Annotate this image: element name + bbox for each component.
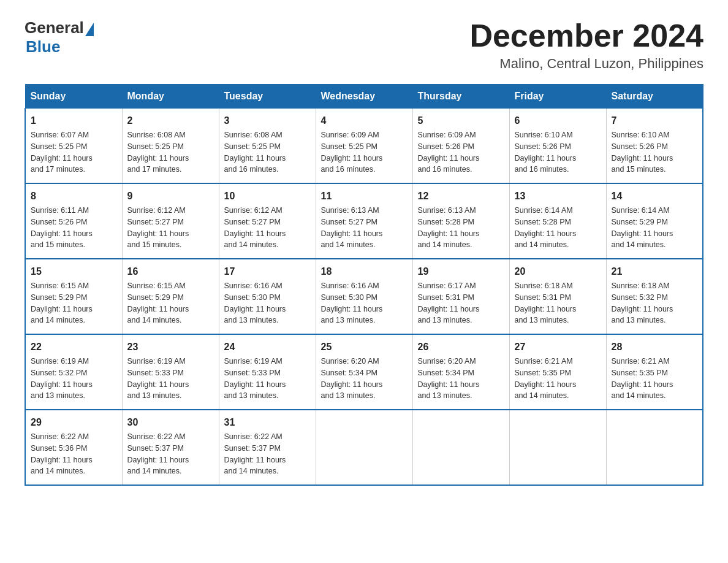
header-saturday: Saturday <box>606 85 703 109</box>
day-number: 12 <box>418 189 504 204</box>
day-number: 9 <box>127 189 214 204</box>
calendar-cell: 22 Sunrise: 6:19 AM Sunset: 5:32 PM Dayl… <box>25 334 122 410</box>
day-number: 27 <box>515 340 601 354</box>
day-number: 30 <box>127 415 214 430</box>
day-number: 13 <box>515 189 601 204</box>
calendar-cell: 25 Sunrise: 6:20 AM Sunset: 5:34 PM Dayl… <box>316 334 412 410</box>
day-info: Sunrise: 6:08 AM Sunset: 5:25 PM Dayligh… <box>224 129 311 175</box>
calendar-cell: 11 Sunrise: 6:13 AM Sunset: 5:27 PM Dayl… <box>316 183 412 259</box>
page-header: General Blue December 2024 Malino, Centr… <box>25 18 703 72</box>
calendar-cell: 4 Sunrise: 6:09 AM Sunset: 5:25 PM Dayli… <box>316 109 412 184</box>
calendar-cell <box>412 410 509 485</box>
calendar-cell: 9 Sunrise: 6:12 AM Sunset: 5:27 PM Dayli… <box>122 183 219 259</box>
day-info: Sunrise: 6:21 AM Sunset: 5:35 PM Dayligh… <box>612 356 698 402</box>
day-info: Sunrise: 6:09 AM Sunset: 5:25 PM Dayligh… <box>321 129 408 175</box>
day-number: 26 <box>418 340 504 354</box>
day-number: 1 <box>31 113 117 128</box>
calendar-week-1: 1 Sunrise: 6:07 AM Sunset: 5:25 PM Dayli… <box>25 109 703 184</box>
header-wednesday: Wednesday <box>316 85 412 109</box>
day-info: Sunrise: 6:19 AM Sunset: 5:32 PM Dayligh… <box>31 356 117 402</box>
header-sunday: Sunday <box>25 85 122 109</box>
calendar-week-3: 15 Sunrise: 6:15 AM Sunset: 5:29 PM Dayl… <box>25 259 703 334</box>
day-number: 6 <box>515 113 601 128</box>
calendar-cell <box>606 410 703 485</box>
calendar-cell: 20 Sunrise: 6:18 AM Sunset: 5:31 PM Dayl… <box>509 259 606 334</box>
day-number: 29 <box>31 415 117 430</box>
day-info: Sunrise: 6:16 AM Sunset: 5:30 PM Dayligh… <box>321 280 408 326</box>
day-info: Sunrise: 6:14 AM Sunset: 5:29 PM Dayligh… <box>612 205 698 251</box>
calendar-cell: 3 Sunrise: 6:08 AM Sunset: 5:25 PM Dayli… <box>219 109 316 184</box>
calendar-cell: 21 Sunrise: 6:18 AM Sunset: 5:32 PM Dayl… <box>606 259 703 334</box>
day-info: Sunrise: 6:17 AM Sunset: 5:31 PM Dayligh… <box>418 280 504 326</box>
calendar-cell: 10 Sunrise: 6:12 AM Sunset: 5:27 PM Dayl… <box>219 183 316 259</box>
day-info: Sunrise: 6:20 AM Sunset: 5:34 PM Dayligh… <box>321 356 408 402</box>
calendar-cell: 18 Sunrise: 6:16 AM Sunset: 5:30 PM Dayl… <box>316 259 412 334</box>
calendar-cell: 28 Sunrise: 6:21 AM Sunset: 5:35 PM Dayl… <box>606 334 703 410</box>
calendar-week-4: 22 Sunrise: 6:19 AM Sunset: 5:32 PM Dayl… <box>25 334 703 410</box>
calendar-cell: 30 Sunrise: 6:22 AM Sunset: 5:37 PM Dayl… <box>122 410 219 485</box>
calendar-cell <box>316 410 412 485</box>
day-number: 15 <box>31 264 117 279</box>
calendar-cell: 8 Sunrise: 6:11 AM Sunset: 5:26 PM Dayli… <box>25 183 122 259</box>
calendar-cell: 7 Sunrise: 6:10 AM Sunset: 5:26 PM Dayli… <box>606 109 703 184</box>
calendar-week-5: 29 Sunrise: 6:22 AM Sunset: 5:36 PM Dayl… <box>25 410 703 485</box>
calendar-table: Sunday Monday Tuesday Wednesday Thursday… <box>25 84 703 486</box>
day-number: 10 <box>224 189 311 204</box>
calendar-cell: 16 Sunrise: 6:15 AM Sunset: 5:29 PM Dayl… <box>122 259 219 334</box>
day-number: 2 <box>127 113 214 128</box>
page-title: December 2024 <box>469 18 703 53</box>
logo-triangle-icon <box>85 23 94 36</box>
day-info: Sunrise: 6:10 AM Sunset: 5:26 PM Dayligh… <box>515 129 601 175</box>
day-info: Sunrise: 6:12 AM Sunset: 5:27 PM Dayligh… <box>224 205 311 251</box>
calendar-cell: 19 Sunrise: 6:17 AM Sunset: 5:31 PM Dayl… <box>412 259 509 334</box>
day-info: Sunrise: 6:22 AM Sunset: 5:37 PM Dayligh… <box>224 431 311 477</box>
day-number: 7 <box>612 113 698 128</box>
day-info: Sunrise: 6:13 AM Sunset: 5:28 PM Dayligh… <box>418 205 504 251</box>
day-info: Sunrise: 6:22 AM Sunset: 5:36 PM Dayligh… <box>31 431 117 477</box>
day-info: Sunrise: 6:21 AM Sunset: 5:35 PM Dayligh… <box>515 356 601 402</box>
day-number: 18 <box>321 264 408 279</box>
calendar-cell: 1 Sunrise: 6:07 AM Sunset: 5:25 PM Dayli… <box>25 109 122 184</box>
day-info: Sunrise: 6:19 AM Sunset: 5:33 PM Dayligh… <box>224 356 311 402</box>
day-info: Sunrise: 6:09 AM Sunset: 5:26 PM Dayligh… <box>418 129 504 175</box>
day-number: 31 <box>224 415 311 430</box>
day-number: 20 <box>515 264 601 279</box>
calendar-cell: 26 Sunrise: 6:20 AM Sunset: 5:34 PM Dayl… <box>412 334 509 410</box>
calendar-header-row: Sunday Monday Tuesday Wednesday Thursday… <box>25 85 703 109</box>
header-friday: Friday <box>509 85 606 109</box>
day-info: Sunrise: 6:15 AM Sunset: 5:29 PM Dayligh… <box>127 280 214 326</box>
day-info: Sunrise: 6:08 AM Sunset: 5:25 PM Dayligh… <box>127 129 214 175</box>
calendar-cell: 27 Sunrise: 6:21 AM Sunset: 5:35 PM Dayl… <box>509 334 606 410</box>
day-info: Sunrise: 6:07 AM Sunset: 5:25 PM Dayligh… <box>31 129 117 175</box>
day-number: 5 <box>418 113 504 128</box>
day-number: 23 <box>127 340 214 354</box>
day-number: 22 <box>31 340 117 354</box>
logo: General Blue <box>25 18 95 56</box>
day-info: Sunrise: 6:10 AM Sunset: 5:26 PM Dayligh… <box>612 129 698 175</box>
day-number: 17 <box>224 264 311 279</box>
day-info: Sunrise: 6:11 AM Sunset: 5:26 PM Dayligh… <box>31 205 117 251</box>
header-monday: Monday <box>122 85 219 109</box>
day-number: 25 <box>321 340 408 354</box>
calendar-cell: 17 Sunrise: 6:16 AM Sunset: 5:30 PM Dayl… <box>219 259 316 334</box>
day-number: 24 <box>224 340 311 354</box>
calendar-cell: 31 Sunrise: 6:22 AM Sunset: 5:37 PM Dayl… <box>219 410 316 485</box>
day-info: Sunrise: 6:13 AM Sunset: 5:27 PM Dayligh… <box>321 205 408 251</box>
logo-general-text: General <box>25 18 84 37</box>
day-number: 21 <box>612 264 698 279</box>
day-info: Sunrise: 6:19 AM Sunset: 5:33 PM Dayligh… <box>127 356 214 402</box>
logo-blue-text: Blue <box>26 37 60 56</box>
day-info: Sunrise: 6:16 AM Sunset: 5:30 PM Dayligh… <box>224 280 311 326</box>
day-number: 14 <box>612 189 698 204</box>
calendar-cell: 5 Sunrise: 6:09 AM Sunset: 5:26 PM Dayli… <box>412 109 509 184</box>
calendar-cell: 6 Sunrise: 6:10 AM Sunset: 5:26 PM Dayli… <box>509 109 606 184</box>
calendar-week-2: 8 Sunrise: 6:11 AM Sunset: 5:26 PM Dayli… <box>25 183 703 259</box>
day-info: Sunrise: 6:22 AM Sunset: 5:37 PM Dayligh… <box>127 431 214 477</box>
calendar-cell: 13 Sunrise: 6:14 AM Sunset: 5:28 PM Dayl… <box>509 183 606 259</box>
day-info: Sunrise: 6:18 AM Sunset: 5:31 PM Dayligh… <box>515 280 601 326</box>
day-info: Sunrise: 6:12 AM Sunset: 5:27 PM Dayligh… <box>127 205 214 251</box>
calendar-cell: 12 Sunrise: 6:13 AM Sunset: 5:28 PM Dayl… <box>412 183 509 259</box>
day-number: 3 <box>224 113 311 128</box>
day-number: 8 <box>31 189 117 204</box>
day-number: 16 <box>127 264 214 279</box>
